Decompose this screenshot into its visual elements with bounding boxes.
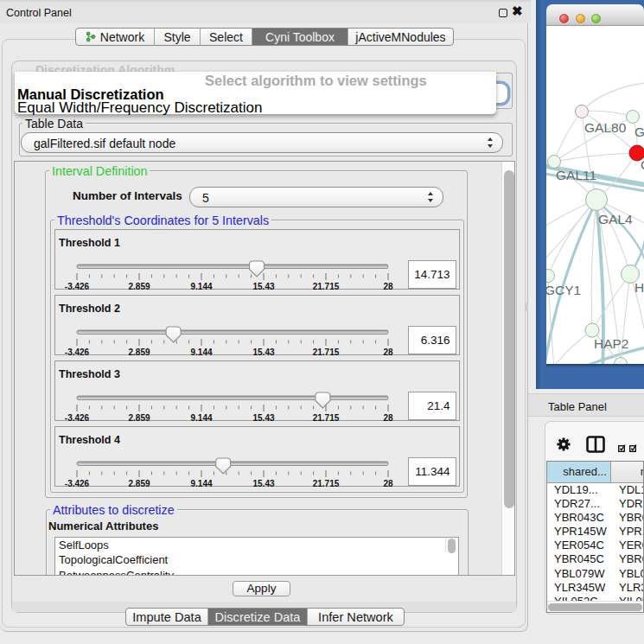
svg-text:15.43: 15.43 [252,413,274,423]
svg-text:GAL4: GAL4 [598,212,633,226]
svg-text:21.715: 21.715 [313,282,340,291]
svg-text:-3.426: -3.426 [65,413,90,423]
svg-text:-3.426: -3.426 [65,348,90,357]
svg-text:-3.426: -3.426 [65,282,90,291]
svg-text:GAL80: GAL80 [584,120,627,135]
svg-text:C: C [641,157,644,172]
svg-text:15.43: 15.43 [252,282,274,291]
svg-text:HAP2: HAP2 [594,336,629,351]
svg-text:9.144: 9.144 [190,413,212,423]
svg-text:15.43: 15.43 [252,348,274,357]
svg-text:28: 28 [383,413,393,423]
svg-text:GAL11: GAL11 [556,168,596,182]
svg-text:21.715: 21.715 [313,479,340,488]
svg-text:9.144: 9.144 [190,479,212,488]
svg-text:21.715: 21.715 [313,413,340,423]
svg-text:2.859: 2.859 [128,479,150,488]
svg-text:21.715: 21.715 [313,348,340,357]
svg-text:GAL: GAL [634,124,644,139]
svg-text:2.859: 2.859 [128,348,150,357]
svg-text:2.859: 2.859 [128,282,150,291]
svg-text:H: H [634,280,644,295]
svg-text:28: 28 [383,348,393,357]
svg-text:9.144: 9.144 [190,348,212,357]
svg-text:2.859: 2.859 [128,413,150,423]
svg-text:28: 28 [383,479,393,488]
svg-text:GCY1: GCY1 [546,283,581,297]
svg-text:28: 28 [383,282,393,291]
svg-text:-3.426: -3.426 [65,479,90,488]
svg-text:15.43: 15.43 [252,479,274,488]
svg-text:9.144: 9.144 [190,282,212,291]
